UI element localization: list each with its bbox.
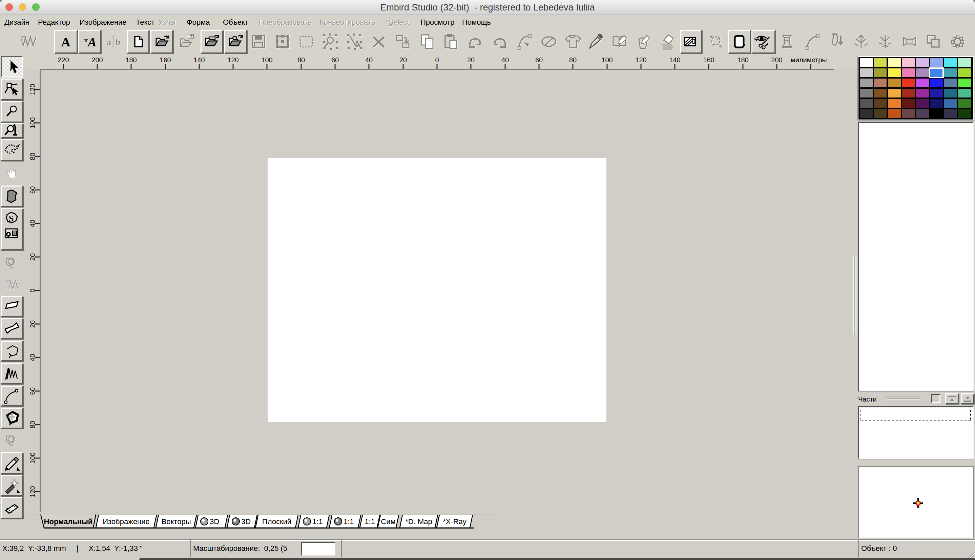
svg-text:b: b: [115, 37, 120, 47]
svg-text:Изображение: Изображение: [103, 517, 150, 526]
svg-text:3D: 3D: [241, 517, 251, 526]
svg-text:Векторы: Векторы: [162, 517, 191, 526]
svg-text:A: A: [61, 35, 70, 49]
svg-text:т: т: [84, 35, 88, 44]
svg-text:3D: 3D: [210, 517, 219, 526]
svg-text:Нормальный: Нормальный: [44, 517, 93, 526]
svg-text:1:1: 1:1: [344, 517, 354, 526]
svg-text:a: a: [107, 37, 111, 47]
svg-text:A: A: [87, 35, 96, 49]
svg-text:Плоский: Плоский: [262, 517, 291, 526]
svg-text:1:1: 1:1: [364, 517, 375, 526]
svg-text:*X-Ray: *X-Ray: [443, 517, 466, 526]
svg-text:S: S: [9, 213, 13, 223]
svg-text:Сим: Сим: [381, 517, 396, 526]
svg-text:*D. Map: *D. Map: [405, 517, 432, 526]
svg-text:1:1: 1:1: [312, 517, 323, 526]
